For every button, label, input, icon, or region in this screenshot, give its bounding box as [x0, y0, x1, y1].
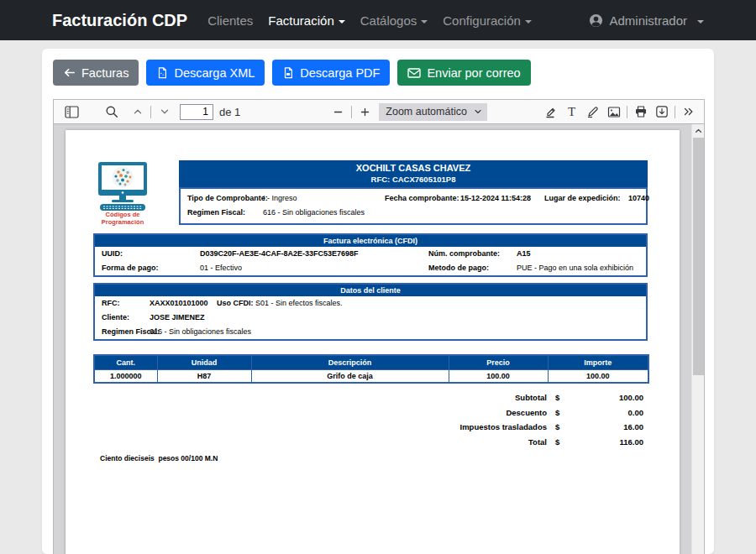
arrow-left-icon [63, 66, 76, 79]
file-pdf-icon [282, 66, 294, 79]
caret-down-icon [421, 20, 428, 24]
item-cant: 1.000000 [94, 369, 157, 383]
pdf-toolbar: de 1 Zoom automático T [54, 100, 704, 124]
draw-tool-button[interactable] [582, 102, 603, 123]
items-table-wrap: Cant. Unidad Descripción Precio Importe … [93, 354, 649, 384]
highlight-tool-button[interactable] [540, 102, 561, 123]
zoom-level-select[interactable]: Zoom automático [379, 103, 487, 121]
pdf-page: Códigos de Programación XOCHILT CASAS CH… [66, 130, 680, 554]
caret-down-icon [339, 20, 345, 24]
col-importe: Importe [548, 355, 648, 369]
toolbar-right-tools: T [540, 102, 699, 123]
caret-down-icon [525, 20, 532, 24]
pdf-viewer-body: Códigos de Programación XOCHILT CASAS CH… [54, 124, 704, 554]
subtotal-value: 100.00 [572, 393, 643, 402]
currency-sign: $ [547, 408, 572, 417]
descuento-label: Descuento [318, 408, 547, 417]
download-xml-button[interactable]: Descarga XML [146, 60, 265, 86]
download-pdf-label: Descarga PDF [300, 66, 380, 80]
text-tool-button[interactable]: T [561, 102, 582, 123]
uuid-value: D039C20F-AE3E-4CAF-8A2E-33FC53E7698F [200, 247, 428, 261]
nav-item-label: Configuración [443, 13, 521, 28]
issuer-rfc: RFC: CACX7605101P8 [179, 175, 648, 184]
print-button[interactable] [630, 102, 651, 123]
item-descripcion: Grifo de caja [251, 369, 449, 383]
envelope-icon [407, 67, 421, 79]
nav-item-label: Catálogos [360, 13, 417, 28]
tipo-value: I - Ingreso [263, 191, 385, 206]
zoom-in-button[interactable] [354, 102, 375, 123]
content-card: Facturas Descarga XML Descarga PDF Envia… [42, 49, 714, 554]
nav-item-clientes[interactable]: Clientes [207, 13, 253, 28]
regimen-label: Regimen Fiscal: [187, 206, 263, 220]
next-page-button[interactable] [154, 102, 175, 123]
items-header-row: Cant. Unidad Descripción Precio Importe [94, 355, 648, 369]
nav-item-label: Clientes [207, 13, 253, 28]
item-precio: 100.00 [449, 369, 548, 383]
back-facturas-button[interactable]: Facturas [53, 60, 139, 86]
impuestos-row: Impuestos trasladados $ 16.00 [318, 420, 643, 435]
toolbar-divider [675, 106, 675, 118]
subtotal-row: Subtotal $ 100.00 [318, 390, 643, 405]
send-email-button[interactable]: Enviar por correo [397, 60, 530, 86]
client-regimen-value: 616 - Sin obligaciones fiscales [150, 325, 251, 339]
total-label: Total [318, 437, 547, 447]
uuid-label: UUID: [102, 247, 200, 261]
item-importe: 100.00 [548, 369, 648, 383]
user-menu-label: Administrador [609, 13, 687, 28]
navbar: Facturación CDP Clientes Facturación Cat… [0, 0, 756, 40]
nav-item-catalogos[interactable]: Catálogos [360, 13, 428, 28]
scroll-up-button[interactable] [692, 124, 704, 137]
amount-in-words: Ciento dieciseis pesos 00/100 M.N [100, 454, 218, 463]
num-comprobante-label: Núm. comprobante: [428, 247, 517, 261]
toolbar-divider [351, 106, 352, 118]
issuer-info-box: Tipo de Comprobante: I - Ingreso Fecha c… [179, 187, 648, 225]
user-menu[interactable]: Administrador [589, 13, 704, 28]
page-number-input[interactable] [180, 104, 213, 120]
currency-sign: $ [547, 393, 572, 402]
app-brand[interactable]: Facturación CDP [52, 11, 187, 30]
issuer-name: XOCHILT CASAS CHAVEZ [179, 163, 648, 173]
col-unidad: Unidad [157, 355, 251, 369]
viewer-scrollbar[interactable] [691, 124, 704, 554]
client-name-value: JOSE JIMENEZ [150, 311, 205, 325]
scrollbar-thumb[interactable] [693, 138, 704, 375]
zoom-out-button[interactable] [328, 102, 349, 123]
item-row: 1.000000 H87 Grifo de caja 100.00 100.00 [94, 369, 648, 383]
file-xml-icon [156, 66, 168, 79]
company-logo: Códigos de Programación [91, 162, 155, 226]
issuer-section: XOCHILT CASAS CHAVEZ RFC: CACX7605101P8 … [179, 160, 648, 225]
client-rfc-label: RFC: [102, 296, 150, 311]
more-tools-button[interactable] [678, 102, 699, 123]
image-tool-button[interactable] [603, 102, 624, 123]
download-pdf-button[interactable]: Descarga PDF [272, 60, 390, 86]
impuestos-label: Impuestos trasladados [318, 422, 547, 431]
previous-page-button[interactable] [127, 102, 148, 123]
download-xml-label: Descarga XML [174, 66, 255, 80]
zoom-level-label: Zoom automático [386, 106, 467, 118]
page-count-label: de 1 [219, 106, 240, 118]
metodo-pago-value: PUE - Pago en una sola exhibición [517, 261, 633, 275]
tipo-label: Tipo de Comprobante: [187, 191, 263, 206]
fecha-value: 15-12-2024 11:54:28 [460, 191, 544, 206]
nav-links: Clientes Facturación Catálogos Configura… [207, 13, 532, 28]
metodo-pago-label: Metodo de pago: [428, 261, 517, 275]
nav-item-configuracion[interactable]: Configuración [443, 13, 532, 28]
client-section-title: Datos del cliente [95, 285, 646, 296]
client-section: Datos del cliente RFC: XAXX010101000 Uso… [93, 283, 648, 341]
logo-text: Códigos de Programación [91, 212, 155, 226]
currency-sign: $ [547, 422, 572, 431]
col-precio: Precio [449, 355, 548, 369]
client-regimen-label: Regimen Fiscal: [102, 325, 150, 339]
sidebar-toggle-button[interactable] [61, 102, 82, 123]
item-unidad: H87 [157, 369, 251, 383]
nav-item-facturacion[interactable]: Facturación [268, 13, 344, 28]
descuento-value: 0.00 [572, 408, 643, 417]
download-button[interactable] [651, 102, 672, 123]
search-button[interactable] [101, 102, 122, 123]
uso-cfdi-value: S01 - Sin efectos fiscales. [255, 296, 343, 311]
lugar-value: 10740 [628, 191, 649, 206]
send-email-label: Enviar por correo [427, 66, 520, 80]
back-facturas-label: Facturas [81, 66, 129, 80]
total-value: 116.00 [572, 437, 643, 447]
